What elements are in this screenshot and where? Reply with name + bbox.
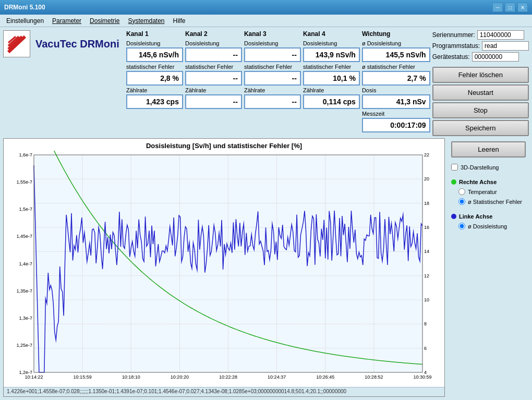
channel-1-header: Kanal 1 [126,30,183,38]
channel-3-rate-group: Zählrate -- [244,87,301,109]
option-3d: 3D-Darstellung [451,164,526,171]
wichtung-dosis-group: Dosis 41,3 nSv [362,87,430,109]
logo-box [3,30,30,57]
radio-dosisleistung[interactable] [458,223,465,229]
channel-3-header: Kanal 3 [244,30,301,38]
main-content: VacuTec DRMoni Kanal 1 Dosisleistung 145… [0,27,532,400]
channel-3-dose-value: -- [244,47,301,62]
option-linke-achse-header: Linke Achse [451,213,526,220]
logo-title-area: VacuTec DRMoni [3,30,123,57]
checkbox-3d[interactable] [451,164,458,171]
rechte-achse-dot [451,179,456,185]
channel-1-dose-label: Dosisleistung [126,40,183,46]
channel-3-rate-value: -- [244,94,301,109]
channel-4-rate-label: Zählrate [303,87,360,93]
wichtung-stat-label: ø statistischer Fehler [362,64,430,70]
channel-1-dose-group: Dosisleistung 145,6 nSv/h [126,40,183,62]
minimize-button[interactable]: ─ [492,3,503,12]
channel-1-stat-label: statistischer Fehler [126,64,183,70]
channel-2-header: Kanal 2 [185,30,242,38]
option-dosisleistung: ø Dosisleistung [451,223,526,229]
wichtung-dose-value: 145,5 nSv/h [362,47,430,62]
option-stat-fehler: ø Statistischer Fehler [451,198,526,205]
channel-4-dose-value: 143,9 nSv/h [303,47,360,62]
channel-4-dose-label: Dosisleistung [303,40,360,46]
channel-4-stat-label: statistischer Fehler [303,64,360,70]
chart-title: Dosisleistung [Sv/h] und statistischer F… [4,139,444,151]
wichtung-dose-label: ø Dosisleistung [362,40,430,46]
wichtung-messzeit-value: 0:00:17:09 [362,118,430,132]
speichern-button[interactable]: Speichern [432,120,529,136]
label-temperatur: Temperatur [468,189,497,195]
channel-2-dose-group: Dosisleistung -- [185,40,242,62]
wichtung-messzeit-group: Messzeit 0:00:17:09 [362,111,430,132]
wichtung-dosis-label: Dosis [362,87,430,93]
channel-2-rate-group: Zählrate -- [185,87,242,109]
channel-2-dose-value: -- [185,47,242,62]
channels-container: Kanal 1 Dosisleistung 145,6 nSv/h statis… [126,30,430,136]
fields-and-buttons: Kanal 1 Dosisleistung 145,6 nSv/h statis… [126,30,529,136]
chart-section: Dosisleistung [Sv/h] und statistischer F… [3,138,529,397]
menu-hilfe[interactable]: Hilfe [169,16,190,26]
channel-4-stat-value: 10,1 % [303,71,360,86]
label-3d: 3D-Darstellung [461,164,499,171]
window-controls: ─ □ ✕ [492,3,528,12]
channel-3-dose-label: Dosisleistung [244,40,301,46]
status-bar: 1.4226e+001;1.4558e-07;0.028;;;;;;1.1350… [4,387,444,396]
channel-1-dose-value: 145,6 nSv/h [126,47,183,62]
channel-2-rate-value: -- [185,94,242,109]
channel-4-dose-group: Dosisleistung 143,9 nSv/h [303,40,360,62]
channel-3-stat-label: statistischer Fehler [244,64,301,70]
chart-area: Dosisleistung [Sv/h] und statistischer F… [3,138,445,397]
channel-2-stat-group: statistischer Fehler -- [185,64,242,86]
label-rechte-achse-header: Rechte Achse [459,179,497,185]
close-button[interactable]: ✕ [517,3,528,12]
vacutec-logo [5,32,28,55]
program-field: Programmstatus: [432,41,529,51]
top-area: VacuTec DRMoni Kanal 1 Dosisleistung 145… [3,30,529,136]
device-input [472,52,519,62]
device-field: Gerätestatus: [432,52,529,62]
radio-stat-fehler[interactable] [458,198,465,205]
program-input [482,41,529,51]
channel-1-stat-value: 2,8 % [126,71,183,86]
label-stat-fehler: ø Statistischer Fehler [468,199,522,205]
wichtung-stat-value: 2,7 % [362,71,430,86]
serial-input [477,30,524,40]
radio-temperatur[interactable] [458,188,465,195]
wichtung-col: Wichtung ø Dosisleistung 145,5 nSv/h ø s… [362,30,430,136]
wichtung-dosis-value: 41,3 nSv [362,94,430,109]
serial-label: Seriennummer: [432,31,475,39]
channel-4-header: Kanal 4 [303,30,360,38]
chart-canvas-container [4,151,444,387]
channel-2: Kanal 2 Dosisleistung -- statistischer F… [185,30,242,136]
leeren-button[interactable]: Leeren [451,141,526,157]
menu-parameter[interactable]: Parameter [48,16,86,26]
channel-1: Kanal 1 Dosisleistung 145,6 nSv/h statis… [126,30,183,136]
menu-systemdaten[interactable]: Systemdaten [124,16,168,26]
chart-canvas[interactable] [4,151,444,387]
channel-3-dose-group: Dosisleistung -- [244,40,301,62]
wichtung-messzeit-label: Messzeit [362,111,430,117]
menu-einstellungen[interactable]: Einstellungen [2,16,48,26]
serial-field: Seriennummer: [432,30,529,40]
channel-4-rate-value: 0,114 cps [303,94,360,109]
neustart-button[interactable]: Neustart [432,84,529,101]
label-dosisleistung: ø Dosisleistung [468,223,507,229]
maximize-button[interactable]: □ [505,3,515,12]
channel-4-stat-group: statistischer Fehler 10,1 % [303,64,360,86]
stop-button[interactable]: Stop [432,102,529,118]
channel-4: Kanal 4 Dosisleistung 143,9 nSv/h statis… [303,30,360,136]
channel-2-rate-label: Zählrate [185,87,242,93]
wichtung-stat-group: ø statistischer Fehler 2,7 % [362,64,430,86]
menu-dosimetrie[interactable]: Dosimetrie [86,16,124,26]
wichtung-header: Wichtung [362,30,430,38]
title-bar: DRMoni 5.100 ─ □ ✕ [0,0,532,15]
channel-1-rate-value: 1,423 cps [126,94,183,109]
wichtung-dose-group: ø Dosisleistung 145,5 nSv/h [362,40,430,62]
fehler-loschen-button[interactable]: Fehler löschen [432,67,529,83]
label-linke-achse-header: Linke Achse [459,213,492,220]
window-title: DRMoni 5.100 [4,4,45,11]
app-title: VacuTec DRMoni [35,38,119,50]
channel-1-rate-label: Zählrate [126,87,183,93]
